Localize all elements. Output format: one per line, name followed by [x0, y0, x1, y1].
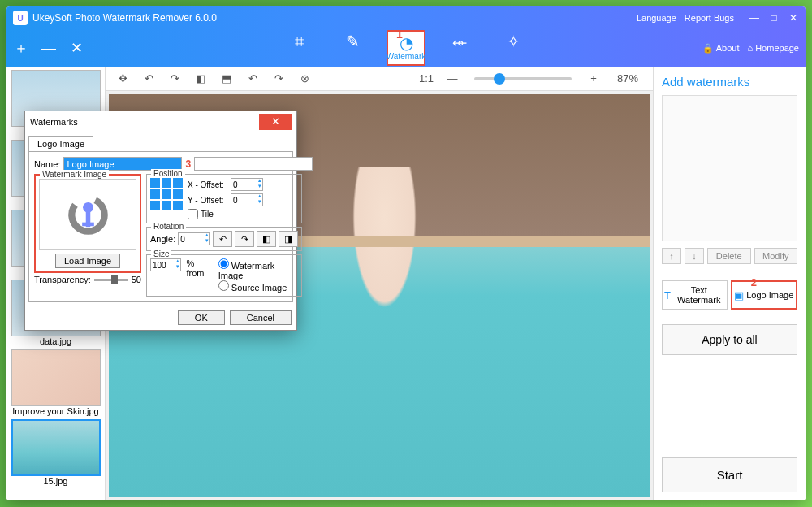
app-logo-icon: U — [13, 11, 28, 25]
rotation-group: Rotation Angle: 0 ↶ ↷ ◧ ◨ — [146, 227, 302, 251]
add-file-icon[interactable]: ＋ — [13, 40, 29, 56]
size-opt-source[interactable] — [218, 280, 229, 291]
modify-button[interactable]: Modify — [754, 248, 798, 264]
name-input-extra[interactable] — [194, 157, 313, 171]
thumbnail-selected: 15.jpg — [10, 419, 102, 486]
zoom-fit-button[interactable]: 1:1 — [416, 70, 437, 88]
watermark-preview — [39, 179, 136, 250]
rot-cw-icon[interactable]: ↷ — [235, 231, 254, 247]
transparency-value: 50 — [132, 275, 141, 284]
right-panel: Add watermarks ↑ ↓ Delete Modify 2 TText… — [653, 67, 806, 500]
app-title: UkeySoft Photo Watermark Remover 6.0.0 — [32, 12, 217, 24]
dialog-titlebar[interactable]: Watermarks ✕ — [25, 111, 296, 132]
delete-button[interactable]: Delete — [707, 248, 751, 264]
titlebar: U UkeySoft Photo Watermark Remover 6.0.0… — [6, 6, 806, 29]
image-icon: ▣ — [734, 289, 744, 301]
wand-tool[interactable]: ✧ — [494, 30, 533, 50]
logo-image-button[interactable]: ▣Logo Image — [731, 280, 798, 310]
homepage-link[interactable]: ⌂ Homepage — [747, 43, 799, 53]
annotation-1: 1 — [396, 28, 403, 41]
apply-all-button[interactable]: Apply to all — [662, 324, 797, 355]
undo-icon[interactable]: ↶ — [242, 70, 263, 88]
watermark-list[interactable] — [662, 95, 797, 241]
crop-icon: ⌗ — [295, 32, 304, 50]
cancel-button[interactable]: Cancel — [230, 310, 292, 325]
annotation-2: 2 — [751, 276, 757, 288]
logo-image-tab[interactable]: Logo Image — [28, 136, 93, 151]
flip-v-icon[interactable]: ◨ — [279, 231, 298, 247]
text-watermark-button[interactable]: TText Watermark — [662, 280, 728, 310]
zoom-out-button[interactable]: — — [442, 70, 463, 88]
flip-h-icon[interactable]: ◧ — [257, 231, 276, 247]
redo-icon[interactable]: ↷ — [268, 70, 289, 88]
name-label: Name: — [34, 159, 60, 169]
watermarks-dialog: Watermarks ✕ Logo Image Name: 3 Watermar… — [24, 110, 297, 331]
x-offset-input[interactable]: 0 — [231, 178, 263, 191]
dialog-close-button[interactable]: ✕ — [259, 114, 292, 130]
brush-icon: ✎ — [346, 32, 360, 50]
about-link[interactable]: 🔒 About — [702, 43, 739, 54]
rotate-left-icon[interactable]: ↶ — [138, 70, 159, 88]
y-offset-input[interactable]: 0 — [231, 193, 263, 206]
svg-rect-3 — [82, 222, 94, 226]
rot-ccw-icon[interactable]: ↶ — [213, 231, 232, 247]
edit-toolbar: ✥ ↶ ↷ ◧ ⬒ ↶ ↷ ⊗ 1:1 — + 87% — [106, 67, 653, 91]
move-up-button[interactable]: ↑ — [662, 248, 681, 264]
flip-h-icon[interactable]: ◧ — [190, 70, 211, 88]
position-grid[interactable] — [150, 178, 183, 219]
thumbnail: Improve your Skin.jpg — [10, 349, 102, 416]
watermark-image-group: Watermark Image Load Image — [34, 174, 141, 273]
annotation-3: 3 — [185, 158, 191, 170]
move-tool-icon[interactable]: ✥ — [112, 70, 133, 88]
window-close-button[interactable]: ✕ — [788, 12, 799, 24]
load-image-button[interactable]: Load Image — [55, 254, 120, 268]
report-bugs-link[interactable]: Report Bugs — [685, 13, 734, 23]
watermark-tool-label: Watermark — [387, 52, 426, 61]
size-opt-watermark[interactable] — [218, 258, 229, 269]
minimize-button[interactable]: — — [749, 12, 760, 24]
ok-button[interactable]: OK — [178, 310, 225, 325]
size-input[interactable]: 100 — [150, 258, 181, 271]
size-group: Size 100 % from Watermark Image Source I… — [146, 254, 302, 297]
zoom-percent: 87% — [617, 72, 638, 84]
maximize-button[interactable]: □ — [768, 12, 780, 24]
wand-icon: ✧ — [507, 32, 520, 50]
language-link[interactable]: Language — [637, 13, 676, 23]
remove-file-icon[interactable]: — — [41, 40, 57, 56]
start-button[interactable]: Start — [662, 457, 797, 492]
clear-files-icon[interactable]: ✕ — [68, 40, 84, 56]
rotate-right-icon[interactable]: ↷ — [164, 70, 185, 88]
position-group: Position X - Offset:0 Y - Offset:0 Tile — [146, 174, 302, 223]
watermark-tool[interactable]: ◔ Watermark — [387, 30, 425, 66]
dialog-title: Watermarks — [30, 117, 259, 127]
zoom-slider[interactable] — [474, 77, 572, 80]
brush-tool[interactable]: ✎ — [333, 30, 372, 50]
zoom-in-button[interactable]: + — [583, 70, 604, 88]
text-icon: T — [664, 289, 671, 301]
main-toolbar: ＋ — ✕ ⌗ ✎ ◔ Watermark ⬰ ✧ 1 🔒 About ⌂ Ho… — [6, 29, 806, 67]
panel-heading: Add watermarks — [662, 75, 797, 89]
transparency-slider[interactable] — [94, 279, 128, 281]
discard-icon[interactable]: ⊗ — [294, 70, 315, 88]
crop-tool[interactable]: ⌗ — [279, 30, 318, 50]
flip-v-icon[interactable]: ⬒ — [216, 70, 237, 88]
key-logo-icon — [66, 193, 110, 237]
eraser-icon: ⬰ — [452, 32, 467, 50]
transparency-label: Transparency: — [34, 275, 91, 284]
tile-checkbox[interactable] — [188, 209, 198, 219]
move-down-button[interactable]: ↓ — [685, 248, 704, 264]
eraser-tool[interactable]: ⬰ — [440, 30, 479, 50]
angle-input[interactable]: 0 — [178, 232, 210, 245]
